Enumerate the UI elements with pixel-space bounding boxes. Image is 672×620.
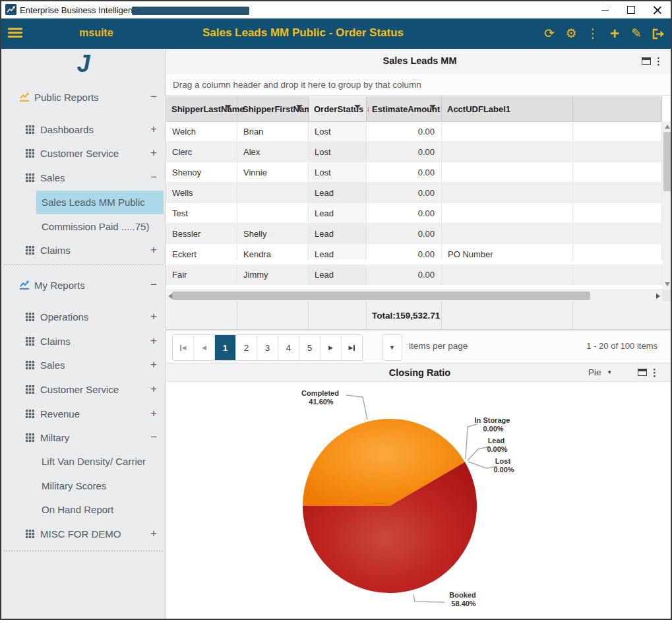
collapse-toggle[interactable]: − bbox=[142, 90, 166, 104]
sidebar-item-my-reports[interactable]: My Reports − bbox=[1, 276, 166, 294]
minimize-icon bbox=[601, 10, 609, 11]
table-row[interactable]: Clerc Alex Lost 0.00 bbox=[166, 142, 662, 162]
sidebar-item-claims-public[interactable]: Claims + bbox=[1, 241, 166, 259]
items-per-page-dropdown[interactable]: ▼ bbox=[382, 334, 402, 361]
scroll-down-arrow[interactable] bbox=[665, 282, 670, 286]
expand-toggle[interactable]: + bbox=[142, 334, 166, 348]
expand-window-icon[interactable] bbox=[642, 57, 651, 65]
total-value: 159,532.71 bbox=[396, 311, 447, 321]
expand-toggle[interactable]: + bbox=[142, 310, 166, 323]
sidebar-item-dashboards[interactable]: Dashboards + bbox=[1, 120, 166, 139]
sidebar-item-misc-for-demo[interactable]: MISC FOR DEMO + bbox=[1, 524, 166, 543]
partial-row bbox=[166, 260, 662, 264]
expand-toggle[interactable]: + bbox=[142, 407, 166, 420]
page-button-4[interactable]: 4 bbox=[278, 335, 299, 360]
refresh-icon[interactable]: ⟳ bbox=[542, 26, 557, 41]
section-divider bbox=[4, 550, 163, 551]
titlebar-obscured-text bbox=[132, 7, 249, 15]
sidebar-item-sales-leads-mm-public[interactable]: Sales Leads MM Public bbox=[1, 193, 166, 211]
vertical-scroll-thumb[interactable] bbox=[663, 132, 672, 191]
sidebar-item-customer-service-my[interactable]: Customer Service + bbox=[1, 380, 166, 398]
filter-icon[interactable] bbox=[225, 105, 231, 111]
page-button-3[interactable]: 3 bbox=[257, 335, 278, 360]
chart-panel-title: Closing Ratio bbox=[245, 367, 594, 378]
horizontal-scroll-thumb[interactable] bbox=[172, 292, 590, 300]
table-row[interactable]: Test Lead 0.00 bbox=[166, 203, 662, 224]
sidebar-item-revenue[interactable]: Revenue + bbox=[1, 404, 166, 423]
expand-toggle[interactable]: + bbox=[142, 383, 166, 396]
collapse-toggle[interactable]: − bbox=[142, 171, 166, 184]
sidebar-item-commission-paid[interactable]: Commission Paid .....75) bbox=[1, 217, 166, 235]
kebab-menu-icon[interactable]: ⋮ bbox=[650, 367, 659, 379]
column-header-acctudflabel1[interactable]: AcctUDFLabel1 bbox=[442, 96, 573, 121]
horizontal-scrollbar[interactable] bbox=[166, 290, 662, 301]
edit-pencil-icon[interactable]: ✎ bbox=[629, 26, 644, 41]
column-header-empty bbox=[573, 96, 662, 121]
previous-page-button[interactable]: ◀ bbox=[194, 335, 215, 360]
page-button-5[interactable]: 5 bbox=[299, 335, 321, 360]
sidebar-item-operations[interactable]: Operations + bbox=[1, 307, 166, 326]
table-row[interactable]: Fair Jimmy Lead 0.00 bbox=[166, 264, 662, 285]
table-row[interactable]: Bessler Shelly Lead 0.00 bbox=[166, 224, 662, 244]
hamburger-menu-icon[interactable] bbox=[8, 28, 22, 38]
pie-label-booked: Booked 58.40% bbox=[449, 591, 477, 607]
scrollbar-corner bbox=[662, 290, 672, 301]
grid-icon bbox=[26, 361, 34, 369]
column-header-shipperlastname[interactable]: ShipperLastName bbox=[166, 96, 237, 121]
section-divider bbox=[4, 264, 163, 265]
settings-gear-icon[interactable]: ⚙ bbox=[564, 26, 578, 41]
scroll-up-arrow[interactable] bbox=[665, 125, 670, 129]
total-cell: Total: 159,532.71 bbox=[367, 301, 442, 329]
column-header-orderstatus[interactable]: OrderStatus ↓ bbox=[309, 96, 367, 121]
expand-window-icon[interactable] bbox=[638, 369, 647, 376]
sidebar-item-military-scores[interactable]: Military Scores bbox=[1, 476, 166, 495]
grid-icon bbox=[26, 530, 34, 538]
sidebar-item-customer-service[interactable]: Customer Service + bbox=[1, 144, 166, 162]
expand-toggle[interactable]: + bbox=[142, 243, 166, 257]
collapse-toggle[interactable]: − bbox=[142, 431, 166, 444]
sidebar-item-sales[interactable]: Sales − bbox=[1, 168, 166, 187]
expand-toggle[interactable]: + bbox=[142, 146, 166, 160]
minimize-button[interactable] bbox=[592, 1, 618, 18]
column-header-shipperfirstname[interactable]: ShipperFirstName bbox=[237, 96, 309, 121]
filter-icon[interactable] bbox=[296, 105, 303, 111]
group-by-bar[interactable]: Drag a column header and drop it here to… bbox=[166, 74, 672, 96]
last-page-button[interactable]: ▶ bbox=[342, 335, 362, 360]
leader-line-lead bbox=[468, 447, 489, 460]
sidebar-item-public-reports[interactable]: Public Reports − bbox=[1, 88, 166, 106]
sidebar-item-claims-my[interactable]: Claims + bbox=[1, 332, 166, 350]
expand-toggle[interactable]: + bbox=[142, 358, 166, 371]
add-icon[interactable]: + bbox=[607, 26, 622, 41]
table-row[interactable]: Wells Lead 0.00 bbox=[166, 183, 662, 203]
sidebar-item-lift-van-density-carrier[interactable]: Lift Van Density/ Carrier bbox=[1, 452, 166, 470]
chart-type-dropdown[interactable]: Pie ▼ bbox=[588, 367, 612, 377]
close-button[interactable] bbox=[644, 1, 671, 18]
total-label: Total: bbox=[367, 311, 396, 321]
expand-toggle[interactable]: + bbox=[142, 123, 166, 136]
sidebar: J Public Reports − Dashboards + Customer… bbox=[1, 49, 166, 619]
next-page-button[interactable]: ▶ bbox=[321, 335, 342, 360]
sidebar-item-on-hand-report[interactable]: On Hand Report bbox=[1, 500, 166, 518]
column-header-estimateamount[interactable]: EstimateAmount bbox=[367, 96, 442, 121]
grid-icon bbox=[26, 125, 34, 134]
logout-icon[interactable] bbox=[651, 28, 665, 40]
sidebar-item-miltary[interactable]: Miltary − bbox=[1, 428, 166, 447]
expand-toggle[interactable]: + bbox=[142, 527, 166, 540]
grid-icon bbox=[26, 410, 34, 418]
table-row[interactable]: Shenoy Vinnie Lost 0.00 bbox=[166, 162, 662, 183]
kebab-menu-icon[interactable]: ⋮ bbox=[586, 26, 600, 41]
vertical-scrollbar[interactable] bbox=[662, 121, 672, 290]
filter-icon[interactable] bbox=[354, 105, 361, 111]
kebab-menu-icon[interactable]: ⋮ bbox=[654, 55, 663, 67]
scroll-right-arrow[interactable] bbox=[656, 294, 660, 299]
items-per-page-label: items per page bbox=[409, 341, 468, 351]
table-row[interactable]: Welch Brian Lost 0.00 bbox=[166, 121, 662, 142]
sidebar-item-sales-my[interactable]: Sales + bbox=[1, 356, 166, 374]
page-button-1[interactable]: 1 bbox=[215, 335, 236, 360]
page-button-2[interactable]: 2 bbox=[236, 335, 257, 360]
maximize-button[interactable] bbox=[618, 1, 644, 18]
collapse-toggle[interactable]: − bbox=[142, 278, 166, 292]
first-page-button[interactable]: ◀ bbox=[173, 335, 194, 360]
filter-icon[interactable] bbox=[429, 105, 436, 111]
leader-line-completed bbox=[346, 395, 367, 419]
